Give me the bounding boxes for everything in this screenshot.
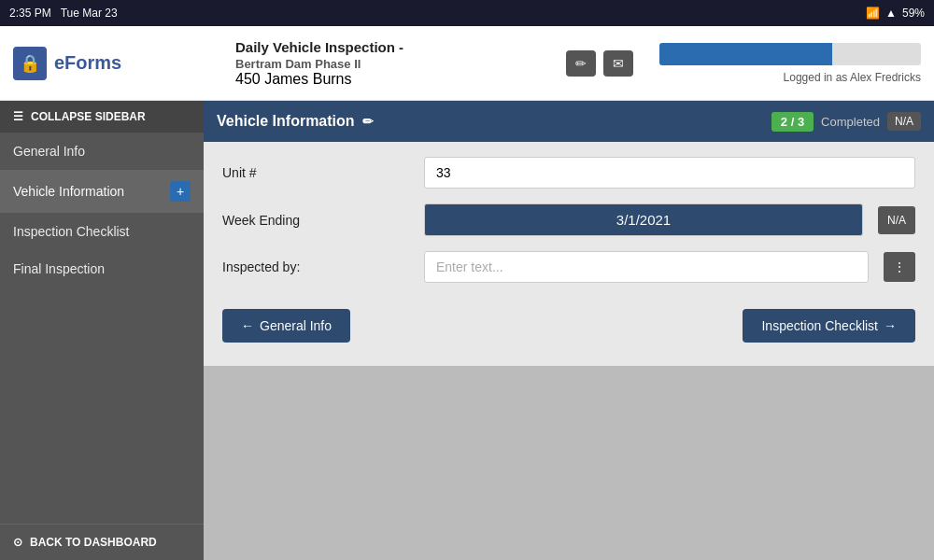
logo-text: eForms xyxy=(54,52,121,74)
sidebar-item-inspection-checklist[interactable]: Inspection Checklist xyxy=(0,213,204,250)
prev-icon: ← xyxy=(241,318,254,333)
menu-icon: ☰ xyxy=(13,110,23,123)
content: ☰ COLLAPSE SIDEBAR General Info Vehicle … xyxy=(0,101,934,560)
header: 🔒 eForms Daily Vehicle Inspection - Bert… xyxy=(0,26,934,101)
logo-area: 🔒 eForms xyxy=(13,47,217,80)
next-button[interactable]: Inspection Checklist → xyxy=(743,309,915,343)
nav-buttons: ← General Info Inspection Checklist → xyxy=(222,298,915,343)
battery-display: 59% xyxy=(902,7,925,20)
sidebar-footer[interactable]: ⊙ BACK TO DASHBOARD xyxy=(0,524,204,560)
app: 🔒 eForms Daily Vehicle Inspection - Bert… xyxy=(0,26,934,560)
signal-icon: ▲ xyxy=(885,7,897,20)
time-display: 2:35 PM xyxy=(9,7,51,20)
gray-area xyxy=(204,366,934,560)
week-ending-input[interactable] xyxy=(424,203,863,236)
progress-bar xyxy=(659,43,921,65)
header-info: Daily Vehicle Inspection - Bertram Dam P… xyxy=(217,39,566,88)
sidebar-item-label: Inspection Checklist xyxy=(13,224,130,239)
section-title: Vehicle Information ✏ xyxy=(217,113,771,130)
inspected-by-options-button[interactable]: ⋮ xyxy=(884,252,915,282)
section-right: 2 / 3 Completed N/A xyxy=(771,112,921,132)
header-actions: ✏ ✉ Logged in as Alex Fredricks xyxy=(566,43,921,84)
inspected-by-input[interactable] xyxy=(424,251,869,283)
na-badge: N/A xyxy=(887,112,921,131)
inspected-by-row: Inspected by: ⋮ xyxy=(222,251,915,283)
add-vehicle-info-button[interactable]: + xyxy=(170,181,191,202)
page-indicator: 2 / 3 xyxy=(771,112,814,132)
date-display: Tue Mar 23 xyxy=(61,7,118,20)
section-header: Vehicle Information ✏ 2 / 3 Completed N/… xyxy=(204,101,934,142)
next-label: Inspection Checklist xyxy=(761,318,878,333)
sidebar-item-vehicle-information[interactable]: Vehicle Information + xyxy=(0,170,204,213)
inspected-by-label: Inspected by: xyxy=(222,259,409,274)
unit-input[interactable] xyxy=(424,157,915,189)
sidebar-item-general-info[interactable]: General Info xyxy=(0,133,204,170)
prev-button[interactable]: ← General Info xyxy=(222,309,350,343)
back-icon: ⊙ xyxy=(13,536,22,549)
status-bar: 2:35 PM Tue Mar 23 📶 ▲ 59% xyxy=(0,0,934,26)
week-ending-na-button[interactable]: N/A xyxy=(878,206,915,234)
form-title: Daily Vehicle Inspection - xyxy=(235,39,566,55)
main-panel: Vehicle Information ✏ 2 / 3 Completed N/… xyxy=(204,101,934,560)
sidebar-item-label: Vehicle Information xyxy=(13,184,124,199)
sidebar-item-label: General Info xyxy=(13,144,85,159)
progress-bar-area: Logged in as Alex Fredricks xyxy=(659,43,921,84)
form-meta: 450 James Burns xyxy=(235,71,566,88)
sidebar-item-final-inspection[interactable]: Final Inspection xyxy=(0,250,204,287)
section-edit-icon[interactable]: ✏ xyxy=(362,114,374,129)
sidebar: ☰ COLLAPSE SIDEBAR General Info Vehicle … xyxy=(0,101,204,560)
completed-label: Completed xyxy=(821,115,880,129)
back-to-dashboard-label: BACK TO DASHBOARD xyxy=(30,536,157,549)
sidebar-item-label: Final Inspection xyxy=(13,261,105,276)
week-ending-label: Week Ending xyxy=(222,213,409,228)
unit-label: Unit # xyxy=(222,165,409,180)
collapse-sidebar-button[interactable]: ☰ COLLAPSE SIDEBAR xyxy=(0,101,204,133)
logo-icon: 🔒 xyxy=(13,47,47,80)
logged-in-text: Logged in as Alex Fredricks xyxy=(784,71,921,84)
next-icon: → xyxy=(884,318,897,333)
week-ending-row: Week Ending N/A xyxy=(222,203,915,236)
prev-label: General Info xyxy=(260,318,332,333)
wifi-icon: 📶 xyxy=(866,7,880,20)
form-subtitle: Bertram Dam Phase II xyxy=(235,57,566,71)
collapse-label: COLLAPSE SIDEBAR xyxy=(31,110,146,123)
form-area: Unit # Week Ending N/A Inspected by: ⋮ xyxy=(204,142,934,366)
unit-row: Unit # xyxy=(222,157,915,189)
edit-button[interactable]: ✏ xyxy=(566,50,596,77)
email-button[interactable]: ✉ xyxy=(603,50,633,77)
